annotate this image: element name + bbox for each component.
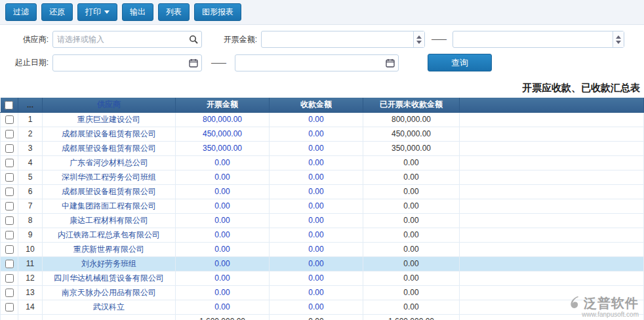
column-header-invoice[interactable]: 开票金额 xyxy=(176,98,270,112)
supplier-cell[interactable]: 重庆巨业建设公司 xyxy=(43,112,176,127)
supplier-cell[interactable]: 重庆新世界有限公司 xyxy=(43,242,176,256)
date-to-field[interactable] xyxy=(235,54,399,71)
empty-cell xyxy=(460,141,644,155)
table-row[interactable]: 5 深圳华强工程劳务公司班组 0.00 0.00 0.00 xyxy=(1,170,644,184)
row-checkbox[interactable] xyxy=(5,144,14,153)
date-from-field[interactable] xyxy=(52,54,202,71)
print-button-label: 打印 xyxy=(85,7,101,18)
row-checkbox-cell xyxy=(1,127,18,141)
table-row[interactable]: 14 武汉科立 0.00 0.00 0.00 xyxy=(1,300,644,314)
supplier-field[interactable] xyxy=(52,31,202,48)
supplier-cell[interactable]: 成都展望设备租赁有限公司 xyxy=(43,141,176,155)
range-separator: —— xyxy=(211,58,226,68)
table-row[interactable]: 4 广东省河沙材料总公司 0.00 0.00 0.00 xyxy=(1,155,644,170)
row-checkbox-cell xyxy=(1,271,18,285)
received-amount-cell: 0.00 xyxy=(270,155,363,170)
row-checkbox[interactable] xyxy=(5,289,14,297)
invoice-amount-max-input[interactable] xyxy=(453,35,613,44)
export-button[interactable]: 输出 xyxy=(122,3,153,21)
supplier-cell[interactable]: 深圳华强工程劳务公司班组 xyxy=(43,170,176,184)
column-header-supplier[interactable]: 供应商 xyxy=(43,98,176,112)
footer-supplier-cell xyxy=(43,314,176,320)
restore-button-label: 还原 xyxy=(49,7,65,18)
received-amount-cell: 0.00 xyxy=(270,127,363,141)
invoice-amount-min-field[interactable] xyxy=(261,31,425,48)
supplier-input[interactable] xyxy=(53,35,186,44)
select-all-checkbox[interactable] xyxy=(5,101,13,110)
empty-cell xyxy=(460,256,644,271)
row-number: 1 xyxy=(18,112,43,127)
invoice-amount-cell: 450,000.00 xyxy=(176,127,270,141)
search-icon[interactable] xyxy=(186,31,201,47)
column-header-received[interactable]: 收款金额 xyxy=(270,98,363,112)
table-row[interactable]: 6 成都展望设备租赁有限公司 0.00 0.00 0.00 xyxy=(1,184,644,199)
invoice-amount-cell: 0.00 xyxy=(176,285,270,300)
table-row[interactable]: 8 康达工程材料有限公司 0.00 0.00 0.00 xyxy=(1,213,644,228)
chart-report-button[interactable]: 图形报表 xyxy=(194,3,241,21)
supplier-cell[interactable]: 南京天脉办公用品有限公司 xyxy=(43,285,176,300)
row-checkbox[interactable] xyxy=(5,216,14,225)
date-to-input[interactable] xyxy=(235,58,382,68)
print-button[interactable]: 打印 xyxy=(77,3,117,21)
invoice-amount-cell: 800,000.00 xyxy=(176,112,270,127)
table-row[interactable]: 3 成都展望设备租赁有限公司 350,000.00 0.00 350,000.0… xyxy=(1,141,644,155)
row-checkbox[interactable] xyxy=(5,245,14,254)
empty-cell xyxy=(460,184,644,199)
spinner-icon[interactable] xyxy=(413,31,424,47)
table-row[interactable]: 10 重庆新世界有限公司 0.00 0.00 0.00 xyxy=(1,242,644,256)
supplier-cell[interactable]: 成都展望设备租赁有限公司 xyxy=(43,127,176,141)
unreceived-amount-cell: 0.00 xyxy=(363,300,460,314)
footer-received-total: 0.00 xyxy=(270,314,363,320)
supplier-cell[interactable]: 内江铁路工程总承包有限公司 xyxy=(43,228,176,242)
supplier-cell[interactable]: 成都展望设备租赁有限公司 xyxy=(43,184,176,199)
received-amount-cell: 0.00 xyxy=(270,213,363,228)
export-button-label: 输出 xyxy=(130,7,146,18)
row-checkbox[interactable] xyxy=(5,260,14,268)
date-from-input[interactable] xyxy=(53,58,186,68)
row-checkbox-cell xyxy=(1,228,18,242)
spinner-icon[interactable] xyxy=(613,31,624,47)
received-amount-cell: 0.00 xyxy=(270,271,363,285)
list-button[interactable]: 列表 xyxy=(158,3,190,21)
column-header-unreceived[interactable]: 已开票未收款金额 xyxy=(363,98,460,112)
unreceived-amount-cell: 0.00 xyxy=(363,199,460,213)
table-row[interactable]: 9 内江铁路工程总承包有限公司 0.00 0.00 0.00 xyxy=(1,228,644,242)
table-row[interactable]: 12 四川华达机械租赁设备有限公司 0.00 0.00 0.00 xyxy=(1,271,644,285)
row-number: 11 xyxy=(18,256,43,271)
table-row[interactable]: 1 重庆巨业建设公司 800,000.00 0.00 800,000.00 xyxy=(1,112,644,127)
row-checkbox[interactable] xyxy=(5,274,14,283)
table-row[interactable]: 13 南京天脉办公用品有限公司 0.00 0.00 0.00 xyxy=(1,285,644,300)
row-checkbox[interactable] xyxy=(5,202,14,210)
calendar-icon[interactable] xyxy=(186,55,201,71)
supplier-cell[interactable]: 刘永好劳务班组 xyxy=(43,256,176,271)
supplier-cell[interactable]: 中建集团路面工程有限公司 xyxy=(43,199,176,213)
calendar-icon[interactable] xyxy=(382,55,398,71)
row-number: 5 xyxy=(18,170,43,184)
row-checkbox[interactable] xyxy=(5,173,14,182)
table-row[interactable]: 2 成都展望设备租赁有限公司 450,000.00 0.00 450,000.0… xyxy=(1,127,644,141)
invoice-amount-max-field[interactable] xyxy=(453,31,624,48)
row-number: 3 xyxy=(18,141,43,155)
supplier-cell[interactable]: 广东省河沙材料总公司 xyxy=(43,155,176,170)
invoice-amount-min-input[interactable] xyxy=(262,35,413,44)
row-checkbox[interactable] xyxy=(5,231,14,239)
empty-cell xyxy=(460,155,644,170)
row-checkbox[interactable] xyxy=(5,188,14,196)
invoice-amount-cell: 0.00 xyxy=(176,256,270,271)
row-checkbox[interactable] xyxy=(5,130,14,138)
filter-row-1: 供应商: 开票金额: —— xyxy=(7,31,637,48)
table-row[interactable]: 7 中建集团路面工程有限公司 0.00 0.00 0.00 xyxy=(1,199,644,213)
unreceived-amount-cell: 0.00 xyxy=(363,170,460,184)
row-checkbox[interactable] xyxy=(5,303,14,311)
table-row[interactable]: 11 刘永好劳务班组 0.00 0.00 0.00 xyxy=(1,256,644,271)
restore-button[interactable]: 还原 xyxy=(41,3,73,21)
query-button[interactable]: 查询 xyxy=(428,54,492,71)
filter-button[interactable]: 过滤 xyxy=(5,3,37,21)
supplier-cell[interactable]: 康达工程材料有限公司 xyxy=(43,213,176,228)
row-checkbox[interactable] xyxy=(5,115,14,124)
received-amount-cell: 0.00 xyxy=(270,242,363,256)
supplier-cell[interactable]: 四川华达机械租赁设备有限公司 xyxy=(43,271,176,285)
row-checkbox[interactable] xyxy=(5,159,14,167)
row-number: 7 xyxy=(18,199,43,213)
supplier-cell[interactable]: 武汉科立 xyxy=(43,300,176,314)
